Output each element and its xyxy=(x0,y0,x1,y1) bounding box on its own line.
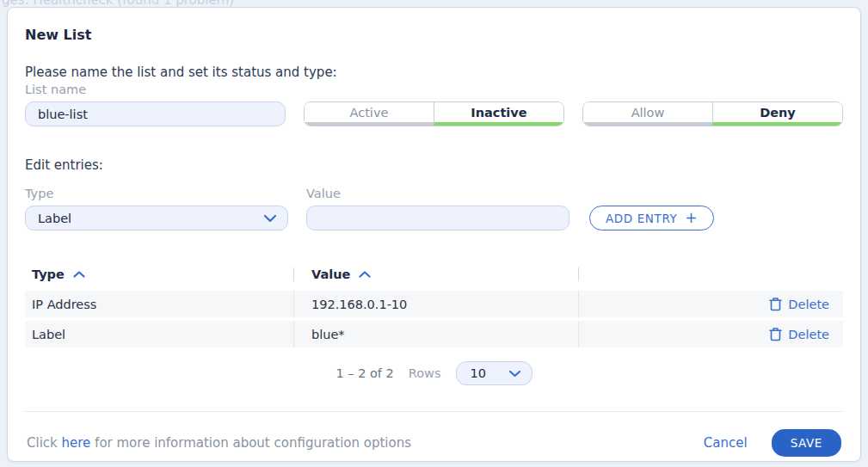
rows-per-page-value: 10 xyxy=(471,366,486,380)
type-option-allow[interactable]: Allow xyxy=(583,102,712,126)
trash-icon xyxy=(769,297,782,311)
list-name-input[interactable] xyxy=(25,101,286,126)
footer-note: Click here for more information about co… xyxy=(27,435,411,451)
table-row: IP Address 192.168.0.1-10 Delete xyxy=(25,291,843,317)
cell-value: blue* xyxy=(294,328,578,341)
entry-type-group: Type Label xyxy=(25,187,288,230)
more-info-link[interactable]: here xyxy=(62,435,91,451)
delete-row-button[interactable]: Delete xyxy=(769,327,829,341)
column-header-value[interactable]: Value xyxy=(294,267,578,281)
list-type-toggle: Allow Deny xyxy=(582,101,843,126)
footer-note-after: for more information about configuration… xyxy=(90,435,411,451)
entry-editor-row: Type Label Value ADD ENTRY + xyxy=(25,187,843,230)
add-entry-button[interactable]: ADD ENTRY + xyxy=(589,206,714,230)
status-option-inactive[interactable]: Inactive xyxy=(434,102,563,126)
rows-per-page-select[interactable]: 10 xyxy=(456,361,532,385)
entry-type-selected-value: Label xyxy=(38,212,71,225)
plus-icon: + xyxy=(685,209,698,226)
entry-type-label: Type xyxy=(25,187,288,200)
add-entry-label: ADD ENTRY xyxy=(606,212,677,225)
save-button[interactable]: SAVE xyxy=(772,429,841,457)
edit-entries-heading: Edit entries: xyxy=(25,157,843,173)
cell-type: Label xyxy=(25,328,293,341)
table-header-row: Type Value xyxy=(25,263,843,287)
delete-label: Delete xyxy=(788,298,829,311)
status-option-active[interactable]: Active xyxy=(305,102,434,126)
entry-value-group: Value xyxy=(306,187,569,230)
column-header-type[interactable]: Type xyxy=(25,267,293,281)
entry-value-input[interactable] xyxy=(306,206,569,230)
entries-table: Type Value IP Address 192.168.0.1-10 xyxy=(25,263,843,347)
dialog-footer: Click here for more information about co… xyxy=(25,412,843,461)
footer-note-before: Click xyxy=(27,435,58,451)
new-list-dialog: New List Please name the list and set it… xyxy=(7,7,861,462)
delete-row-button[interactable]: Delete xyxy=(769,297,829,311)
entry-value-label: Value xyxy=(306,187,569,200)
intro-text: Please name the list and set its status … xyxy=(25,65,843,80)
dialog-title: New List xyxy=(25,27,843,43)
trash-icon xyxy=(769,327,782,341)
chevron-down-icon xyxy=(263,214,277,223)
type-option-deny[interactable]: Deny xyxy=(712,102,842,126)
table-row: Label blue* Delete xyxy=(25,321,843,347)
name-and-toggles-row: List name Active Inactive Allow Deny xyxy=(25,83,843,126)
cancel-button[interactable]: Cancel xyxy=(704,435,748,451)
delete-label: Delete xyxy=(788,328,829,341)
pagination-range: 1 – 2 of 2 xyxy=(336,366,393,380)
sort-ascending-icon xyxy=(73,271,85,278)
column-header-value-label: Value xyxy=(311,267,350,281)
list-name-group: List name xyxy=(25,83,286,126)
footer-actions: Cancel SAVE xyxy=(704,429,841,457)
entry-type-select[interactable]: Label xyxy=(25,206,288,230)
cell-value: 192.168.0.1-10 xyxy=(294,298,578,311)
list-name-label: List name xyxy=(25,83,286,96)
column-header-type-label: Type xyxy=(32,267,65,281)
pagination: 1 – 2 of 2 Rows 10 xyxy=(25,361,843,385)
sort-ascending-icon xyxy=(359,271,371,278)
chevron-down-icon xyxy=(508,370,521,378)
column-divider xyxy=(578,267,579,281)
cell-type: IP Address xyxy=(25,298,293,311)
status-toggle: Active Inactive xyxy=(304,101,564,126)
rows-per-page-label: Rows xyxy=(409,366,441,380)
